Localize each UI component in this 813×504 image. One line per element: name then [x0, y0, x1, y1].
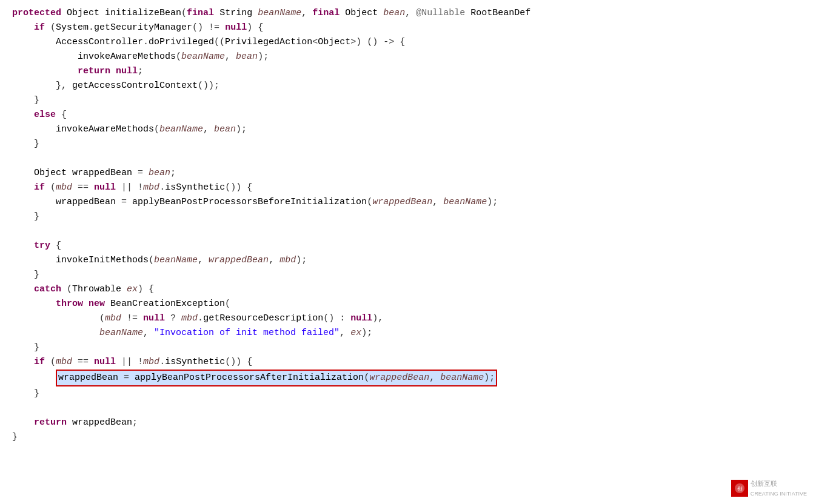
watermark-logo: 创 — [731, 480, 748, 497]
code-line-12: Object wrappedBean = bean; — [12, 166, 801, 181]
watermark-text-block: 创新互联 CREATING INITIATIVE — [751, 479, 807, 498]
code-line-17: try { — [12, 239, 801, 253]
code-line-13: if (mbd == null || !mbd.isSynthetic()) { — [12, 181, 801, 195]
code-line-5: return null; — [12, 64, 801, 79]
code-line-11 — [12, 151, 801, 166]
code-line-7: } — [12, 93, 801, 108]
code-line-26: wrappedBean = applyBeanPostProcessorsAft… — [12, 370, 801, 386]
code-line-4: invokeAwareMethods(beanName, bean); — [12, 50, 801, 64]
watermark-icon: 创 — [734, 482, 746, 494]
code-line-18: invokeInitMethods(beanName, wrappedBean,… — [12, 253, 801, 268]
code-line-16 — [12, 224, 801, 239]
code-line-30: } — [12, 430, 801, 445]
code-line-14: wrappedBean = applyBeanPostProcessorsBef… — [12, 195, 801, 210]
svg-text:创: 创 — [737, 486, 742, 492]
code-line-9: invokeAwareMethods(beanName, bean); — [12, 122, 801, 137]
highlighted-code-block: wrappedBean = applyBeanPostProcessorsAft… — [56, 370, 497, 386]
code-line-29: return wrappedBean; — [12, 416, 801, 430]
code-line-3: AccessController.doPrivileged((Privilege… — [12, 35, 801, 50]
code-line-21: throw new BeanCreationException( — [12, 297, 801, 311]
code-line-19: } — [12, 268, 801, 282]
watermark-chinese: 创新互联 — [751, 479, 807, 489]
code-line-23: beanName, "Invocation of init method fai… — [12, 326, 801, 340]
watermark-english: CREATING INITIATIVE — [751, 489, 807, 498]
code-line-15: } — [12, 210, 801, 224]
code-line-1: protected Object initializeBean(final St… — [12, 6, 801, 21]
code-line-28 — [12, 401, 801, 416]
code-container: protected Object initializeBean(final St… — [0, 0, 813, 504]
watermark: 创 创新互联 CREATING INITIATIVE — [731, 479, 807, 498]
code-line-27: } — [12, 386, 801, 401]
code-line-6: }, getAccessControlContext()); — [12, 79, 801, 93]
code-line-20: catch (Throwable ex) { — [12, 282, 801, 297]
code-line-10: } — [12, 137, 801, 151]
code-line-25: if (mbd == null || !mbd.isSynthetic()) { — [12, 355, 801, 370]
code-line-8: else { — [12, 108, 801, 122]
code-line-22: (mbd != null ? mbd.getResourceDescriptio… — [12, 311, 801, 326]
code-line-2: if (System.getSecurityManager() != null)… — [12, 21, 801, 35]
code-line-24: } — [12, 340, 801, 355]
